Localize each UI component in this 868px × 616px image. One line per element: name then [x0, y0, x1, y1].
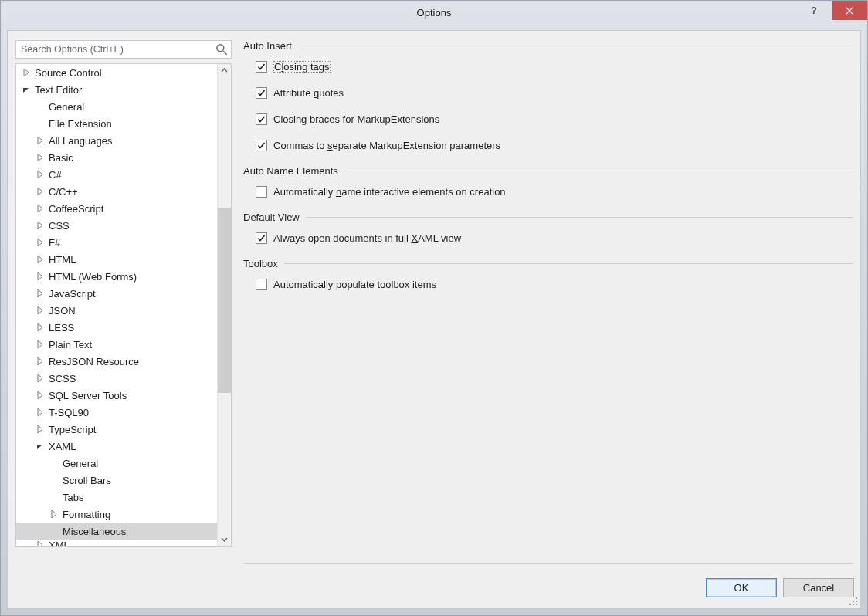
expand-icon[interactable] [35, 271, 46, 282]
dialog-buttons: OK Cancel [706, 577, 854, 597]
tree-item-miscellaneous[interactable]: Miscellaneous [16, 523, 231, 540]
option-attribute-quotes[interactable]: Attribute quotes [256, 85, 853, 100]
tree-item-scss[interactable]: SCSS [16, 370, 231, 387]
help-button[interactable]: ? [796, 1, 832, 20]
tree-item-json[interactable]: JSON [16, 302, 231, 319]
expand-icon[interactable] [35, 169, 46, 180]
checkbox[interactable] [256, 232, 267, 244]
tree-item-general[interactable]: General [16, 455, 231, 472]
option-auto-name[interactable]: Automatically name interactive elements … [256, 184, 853, 199]
scroll-thumb[interactable] [218, 208, 231, 393]
tree-item-c-c-[interactable]: C/C++ [16, 183, 231, 200]
expand-icon[interactable] [35, 390, 46, 401]
tree-item-c-[interactable]: C# [16, 166, 231, 183]
expand-icon[interactable] [35, 203, 46, 214]
tree-item-t-sql90[interactable]: T-SQL90 [16, 404, 231, 421]
tree-item-tabs[interactable]: Tabs [16, 489, 231, 506]
titlebar[interactable]: Options ? [1, 1, 867, 25]
tree-item-label: Text Editor [35, 84, 82, 96]
expand-icon[interactable] [35, 356, 46, 367]
option-label: Closing braces for MarkupExtensions [273, 113, 439, 125]
tree-item-label: T-SQL90 [49, 407, 89, 418]
option-populate-toolbox[interactable]: Automatically populate toolbox items [256, 276, 853, 292]
expand-icon[interactable] [35, 305, 46, 316]
tree-item-label: General [63, 458, 98, 469]
tree-item-label: HTML (Web Forms) [49, 271, 137, 283]
tree-item-typescript[interactable]: TypeScript [16, 421, 231, 438]
tree-item-general[interactable]: General [16, 98, 231, 115]
scroll-up-button[interactable] [218, 64, 231, 77]
expand-icon[interactable] [35, 373, 46, 384]
option-label: Always open documents in full XAML view [273, 232, 461, 244]
tree-item-label: JavaScript [49, 288, 96, 300]
tree-item-label: Source Control [35, 67, 102, 79]
tree-item-sql-server-tools[interactable]: SQL Server Tools [16, 387, 231, 404]
tree-item-coffeescript[interactable]: CoffeeScript [16, 200, 231, 217]
tree-item-formatting[interactable]: Formatting [16, 506, 231, 523]
checkbox[interactable] [256, 186, 267, 198]
checkbox[interactable] [256, 87, 267, 99]
checkbox[interactable] [256, 140, 267, 151]
tree-item-label: Basic [49, 152, 73, 164]
tree-item-resjson-resource[interactable]: ResJSON Resource [16, 353, 231, 370]
expand-icon[interactable] [35, 424, 46, 435]
expand-icon[interactable] [35, 237, 46, 248]
tree-item-label: SCSS [49, 373, 76, 384]
expand-icon[interactable] [35, 288, 46, 299]
tree-item-html-web-forms-[interactable]: HTML (Web Forms) [16, 268, 231, 285]
option-label: Automatically name interactive elements … [273, 186, 506, 198]
cancel-button[interactable]: Cancel [783, 578, 854, 597]
ok-button[interactable]: OK [706, 578, 777, 597]
checkbox[interactable] [256, 61, 267, 73]
tree-item-text-editor[interactable]: Text Editor [16, 81, 231, 98]
expand-icon[interactable] [35, 322, 46, 333]
tree-item-label: C# [49, 169, 62, 181]
option-closing-tags[interactable]: Closing tags [256, 59, 853, 74]
search-icon[interactable] [215, 42, 229, 56]
option-full-xaml-view[interactable]: Always open documents in full XAML view [256, 230, 853, 245]
tree-item-html[interactable]: HTML [16, 251, 231, 268]
expand-icon[interactable] [35, 339, 46, 350]
tree-item-css[interactable]: CSS [16, 217, 231, 234]
tree-item-label: LESS [49, 322, 74, 333]
expand-icon[interactable] [35, 220, 46, 231]
scroll-down-button[interactable] [218, 533, 231, 546]
tree-item-f-[interactable]: F# [16, 234, 231, 251]
tree-item-label: XAML [49, 441, 76, 452]
checkbox[interactable] [256, 113, 267, 125]
tree-item-file-extension[interactable]: File Extension [16, 115, 231, 132]
tree-item-label: SQL Server Tools [49, 390, 127, 401]
tree-item-label: Scroll Bars [63, 475, 111, 486]
option-commas-separate[interactable]: Commas to separate MarkupExtension param… [256, 137, 853, 153]
tree-item-label: JSON [49, 305, 76, 316]
expand-icon[interactable] [35, 540, 46, 547]
tree-item-basic[interactable]: Basic [16, 149, 231, 166]
option-label: Closing tags [273, 61, 331, 73]
resize-grip-icon[interactable] [848, 596, 859, 607]
expand-icon[interactable] [35, 135, 46, 146]
expand-icon[interactable] [35, 254, 46, 265]
expand-icon[interactable] [35, 407, 46, 418]
tree-item-plain-text[interactable]: Plain Text [16, 336, 231, 353]
options-tree[interactable]: Source ControlText EditorGeneralFile Ext… [15, 63, 232, 547]
tree-item-javascript[interactable]: JavaScript [16, 285, 231, 302]
tree-item-all-languages[interactable]: All Languages [16, 132, 231, 149]
collapse-icon[interactable] [35, 441, 46, 452]
tree-item-scroll-bars[interactable]: Scroll Bars [16, 472, 231, 489]
search-input[interactable] [16, 41, 215, 58]
tree-item-less[interactable]: LESS [16, 319, 231, 336]
tree-item-source-control[interactable]: Source Control [16, 64, 231, 81]
collapse-icon[interactable] [21, 84, 32, 95]
tree-item-xaml[interactable]: XAML [16, 438, 231, 455]
expand-icon[interactable] [21, 67, 32, 78]
expand-icon[interactable] [35, 186, 46, 197]
tree-item-label: Plain Text [49, 339, 92, 350]
option-closing-braces[interactable]: Closing braces for MarkupExtensions [256, 111, 853, 127]
tree-scrollbar[interactable] [217, 64, 231, 546]
search-box[interactable] [15, 40, 232, 59]
expand-icon[interactable] [35, 152, 46, 163]
tree-item-xml[interactable]: XML [16, 540, 231, 547]
expand-icon[interactable] [49, 509, 59, 520]
close-button[interactable] [832, 1, 867, 20]
checkbox[interactable] [256, 279, 267, 290]
